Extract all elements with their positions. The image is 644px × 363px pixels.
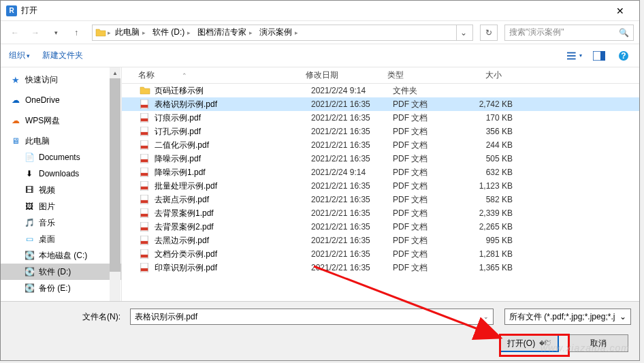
pdf-file-icon	[140, 99, 150, 110]
file-row[interactable]: 批量处理示例.pdf2021/2/21 16:35PDF 文档1,123 KB	[122, 179, 639, 193]
file-row[interactable]: 页码迁移示例2021/2/24 9:14文件夹	[122, 84, 639, 97]
file-name: 去背景案例1.pdf	[155, 208, 311, 219]
col-name[interactable]: 名称	[138, 69, 155, 81]
file-name: 文档分类示例.pdf	[155, 249, 311, 260]
sidebar-pictures[interactable]: 🖼图片	[1, 198, 121, 215]
organize-menu[interactable]: 组织 ▾	[9, 50, 30, 61]
file-name: 二值化示例.pdf	[155, 140, 311, 151]
file-date: 2021/2/21 16:35	[311, 140, 393, 150]
crumb-folder2[interactable]: 演示案例▸	[257, 27, 301, 38]
file-row[interactable]: 降噪示例1.pdf2021/2/24 9:14PDF 文档632 KB	[122, 165, 639, 179]
search-input[interactable]: 搜索"演示案例" 🔍	[504, 25, 634, 41]
file-row[interactable]: 去背景案例2.pdf2021/2/21 16:35PDF 文档2,265 KB	[122, 220, 639, 234]
scroll-up-icon[interactable]: ▲	[110, 67, 120, 78]
file-size: 356 KB	[458, 127, 526, 136]
sidebar-this-pc[interactable]: 🖥此电脑	[1, 133, 121, 149]
sidebar-downloads[interactable]: ⬇Downloads	[1, 165, 121, 182]
file-date: 2021/2/24 9:14	[311, 86, 393, 95]
file-type-filter[interactable]: 所有文件 (*.pdf;*.jpg;*.jpeg;*.j ⌄	[504, 309, 631, 325]
sidebar-scrollbar[interactable]: ▲ ▼	[110, 67, 120, 314]
pdf-file-icon	[140, 262, 150, 273]
pdf-file-icon	[140, 153, 150, 164]
titlebar: R 打开 ✕	[1, 1, 639, 21]
file-row[interactable]: 去背景案例1.pdf2021/2/21 16:35PDF 文档2,339 KB	[122, 206, 639, 220]
col-size[interactable]: 大小	[453, 69, 521, 81]
svg-rect-0	[567, 52, 576, 53]
pdf-file-icon	[140, 180, 150, 191]
file-type: 文件夹	[393, 85, 458, 97]
crumb-pc[interactable]: 此电脑▸	[112, 27, 148, 38]
file-row[interactable]: 去斑点示例.pdf2021/2/21 16:35PDF 文档582 KB	[122, 193, 639, 206]
pdf-file-icon	[140, 112, 150, 123]
file-row[interactable]: 二值化示例.pdf2021/2/21 16:35PDF 文档244 KB	[122, 138, 639, 152]
nav-row: ← → ▾ ↑ ▸ 此电脑▸ 软件 (D:)▸ 图档清洁专家▸ 演示案例▸ ⌄ …	[1, 21, 639, 44]
new-folder-button[interactable]: 新建文件夹	[42, 50, 83, 61]
file-size: 2,742 KB	[458, 99, 526, 109]
sidebar-disk-e[interactable]: 💽备份 (E:)	[1, 280, 121, 296]
file-type: PDF 文档	[393, 140, 458, 151]
sidebar-quick-access[interactable]: ★快速访问	[1, 72, 121, 88]
file-row[interactable]: 去黑边示例.pdf2021/2/21 16:35PDF 文档995 KB	[122, 234, 639, 247]
sidebar-onedrive[interactable]: ☁OneDrive	[1, 92, 121, 108]
sidebar-wps[interactable]: ☁WPS网盘	[1, 112, 121, 129]
file-type: PDF 文档	[393, 126, 458, 138]
filter-text: 所有文件 (*.pdf;*.jpg;*.jpeg;*.j	[509, 311, 615, 323]
column-headers[interactable]: 名称⌃ 修改日期 类型 大小	[122, 67, 639, 84]
file-name: 降噪示例1.pdf	[155, 167, 311, 178]
sidebar: ★快速访问 ☁OneDrive ☁WPS网盘 🖥此电脑 📄Documents ⬇…	[1, 67, 122, 314]
back-button[interactable]: ←	[6, 25, 24, 41]
file-row[interactable]: 订孔示例.pdf2021/2/21 16:35PDF 文档356 KB	[122, 125, 639, 138]
up-button[interactable]: ↑	[67, 25, 85, 41]
search-placeholder: 搜索"演示案例"	[509, 27, 564, 38]
breadcrumb[interactable]: ▸ 此电脑▸ 软件 (D:)▸ 图档清洁专家▸ 演示案例▸ ⌄	[92, 25, 473, 41]
svg-rect-18	[141, 173, 148, 176]
svg-rect-12	[141, 132, 148, 135]
file-size: 244 KB	[458, 140, 526, 150]
col-type[interactable]: 类型	[387, 69, 453, 81]
recent-dropdown[interactable]: ▾	[47, 25, 65, 41]
file-date: 2021/2/21 16:35	[311, 263, 393, 272]
window-title: 打开	[21, 5, 37, 16]
sidebar-desktop[interactable]: ▭桌面	[1, 231, 121, 247]
file-type: PDF 文档	[393, 235, 458, 247]
pdf-file-icon	[140, 167, 150, 178]
file-date: 2021/2/21 16:35	[311, 181, 393, 191]
sidebar-videos[interactable]: 🎞视频	[1, 182, 121, 198]
file-row[interactable]: 订痕示例.pdf2021/2/21 16:35PDF 文档170 KB	[122, 111, 639, 125]
filename-input[interactable]: 表格识别示例.pdf ⌄	[130, 309, 494, 325]
file-date: 2021/2/21 16:35	[311, 99, 393, 109]
file-size: 1,281 KB	[458, 249, 526, 259]
search-icon: 🔍	[619, 28, 629, 37]
sidebar-music[interactable]: 🎵音乐	[1, 215, 121, 231]
crumb-drive[interactable]: 软件 (D:)▸	[150, 27, 193, 38]
file-type: PDF 文档	[393, 194, 458, 206]
file-type: PDF 文档	[393, 153, 458, 165]
file-row[interactable]: 降噪示例.pdf2021/2/21 16:35PDF 文档505 KB	[122, 152, 639, 165]
open-file-dialog: R 打开 ✕ ← → ▾ ↑ ▸ 此电脑▸ 软件 (D:)▸ 图档清洁专家▸ 演…	[0, 0, 640, 361]
forward-button[interactable]: →	[27, 25, 44, 41]
file-row[interactable]: 文档分类示例.pdf2021/2/21 16:35PDF 文档1,281 KB	[122, 247, 639, 261]
svg-rect-14	[141, 146, 148, 148]
col-date[interactable]: 修改日期	[306, 69, 387, 81]
help-button[interactable]: ?	[616, 50, 631, 62]
chevron-down-icon[interactable]: ⌄	[619, 312, 626, 321]
breadcrumb-dropdown[interactable]: ⌄	[456, 25, 470, 40]
file-list-pane: 名称⌃ 修改日期 类型 大小 页码迁移示例2021/2/24 9:14文件夹表格…	[122, 67, 639, 314]
view-options-button[interactable]: ▾	[567, 50, 582, 62]
sidebar-disk-c[interactable]: 💽本地磁盘 (C:)	[1, 247, 121, 264]
close-button[interactable]: ✕	[607, 5, 634, 16]
refresh-button[interactable]: ↻	[480, 25, 498, 41]
sidebar-disk-d[interactable]: 💽软件 (D:)	[1, 264, 121, 280]
preview-pane-button[interactable]	[592, 50, 607, 62]
crumb-folder1[interactable]: 图档清洁专家▸	[195, 27, 255, 38]
watermark: www.xiazaiba.com	[541, 343, 630, 353]
file-row[interactable]: 表格识别示例.pdf2021/2/21 16:35PDF 文档2,742 KB	[122, 97, 639, 111]
chevron-down-icon[interactable]: ⌄	[483, 313, 489, 320]
file-row[interactable]: 印章识别示例.pdf2021/2/21 16:35PDF 文档1,365 KB	[122, 261, 639, 274]
file-date: 2021/2/21 16:35	[311, 154, 393, 163]
sidebar-documents[interactable]: 📄Documents	[1, 149, 121, 165]
file-name: 页码迁移示例	[155, 85, 311, 97]
svg-text:?: ?	[621, 51, 626, 61]
svg-rect-2	[567, 58, 576, 59]
file-type: PDF 文档	[393, 99, 458, 110]
